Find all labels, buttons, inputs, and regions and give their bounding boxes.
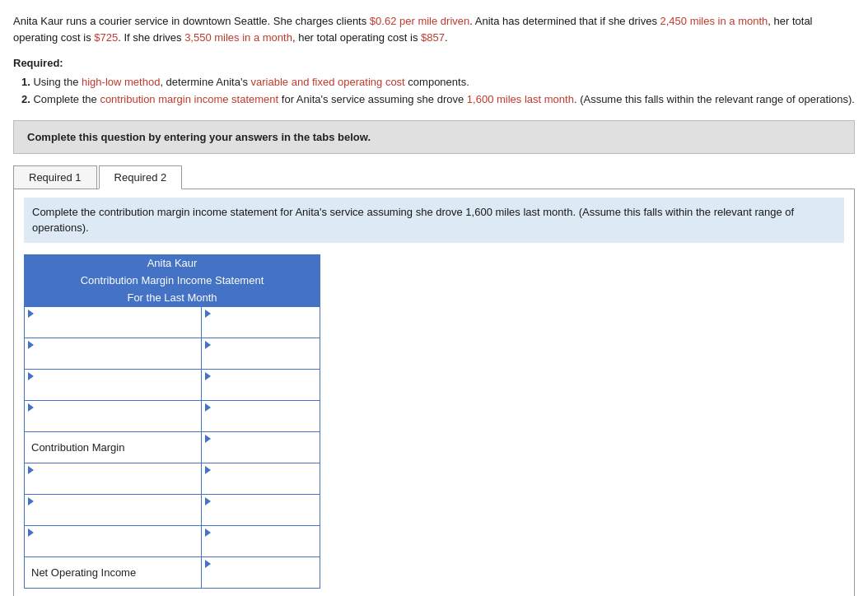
tab-required2[interactable]: Required 2: [99, 165, 183, 189]
table-row: [25, 400, 320, 431]
row-indicator-6: [28, 466, 34, 474]
row-indicator-2: [28, 341, 34, 349]
statement-title-2: Contribution Margin Income Statement: [24, 272, 320, 289]
value-cell-4: [202, 400, 320, 431]
net-operating-income-label: Net Operating Income: [28, 565, 139, 580]
statement-table: Contribution Margin: [24, 306, 320, 589]
tabs-row: Required 1 Required 2: [13, 165, 855, 189]
row-indicator-8: [28, 528, 34, 537]
tab-description: Complete the contribution margin income …: [24, 198, 844, 243]
row-indicator-3: [28, 372, 34, 380]
net-operating-income-value[interactable]: [205, 570, 316, 588]
table-row: [25, 463, 320, 494]
complete-box: Complete this question by entering your …: [13, 120, 855, 154]
value-input-1[interactable]: [205, 319, 316, 338]
statement-header: Anita Kaur Contribution Margin Income St…: [24, 254, 320, 306]
value-input-7[interactable]: [205, 507, 316, 525]
table-row-net-operating-income: Net Operating Income: [25, 556, 320, 588]
contribution-margin-label: Contribution Margin: [28, 440, 128, 455]
label-cell-7: [25, 494, 202, 525]
table-row: [25, 338, 320, 369]
label-cell-4: [25, 400, 202, 431]
label-input-4[interactable]: [28, 413, 198, 431]
value-cell-8: [202, 525, 320, 556]
label-input-7[interactable]: [28, 507, 198, 525]
label-cell-8: [25, 525, 202, 556]
tab-content: Complete the contribution margin income …: [13, 189, 855, 596]
requirements-list: 1. Using the high-low method, determine …: [13, 74, 855, 109]
table-row: [25, 494, 320, 525]
label-cell-noi: Net Operating Income: [25, 556, 202, 588]
statement-title-1: Anita Kaur: [24, 254, 320, 272]
value-cell-2: [202, 338, 320, 369]
value-indicator-cm: [205, 435, 211, 443]
requirement-2: 2. Complete the contribution margin inco…: [21, 91, 855, 109]
requirement-1: 1. Using the high-low method, determine …: [21, 74, 855, 91]
value-cell-noi: [202, 556, 320, 588]
statement-title-3: For the Last Month: [24, 289, 320, 306]
value-input-3[interactable]: [205, 382, 316, 400]
label-input-2[interactable]: [28, 351, 198, 369]
table-row: [25, 306, 320, 338]
value-indicator-6: [205, 466, 211, 474]
required-label: Required:: [13, 57, 855, 69]
label-input-6[interactable]: [28, 476, 198, 494]
contribution-margin-value[interactable]: [205, 445, 316, 463]
row-indicator-1: [28, 310, 34, 318]
income-statement: Anita Kaur Contribution Margin Income St…: [24, 254, 320, 589]
value-cell-7: [202, 494, 320, 525]
value-indicator-4: [205, 403, 211, 412]
label-cell-6: [25, 463, 202, 494]
table-row: [25, 369, 320, 400]
row-indicator-4: [28, 403, 34, 412]
value-cell-1: [202, 306, 320, 338]
value-indicator-2: [205, 341, 211, 349]
value-indicator-noi: [205, 560, 211, 568]
value-input-8[interactable]: [205, 538, 316, 556]
table-row: [25, 525, 320, 556]
value-indicator-1: [205, 310, 211, 318]
value-cell-contribution: [202, 431, 320, 463]
label-input-1[interactable]: [28, 319, 198, 338]
row-indicator-7: [28, 497, 34, 505]
table-row-contribution-margin: Contribution Margin: [25, 431, 320, 463]
intro-paragraph: Anita Kaur runs a courier service in dow…: [13, 13, 855, 45]
value-indicator-3: [205, 372, 211, 380]
value-input-6[interactable]: [205, 476, 316, 494]
label-cell-2: [25, 338, 202, 369]
label-cell-3: [25, 369, 202, 400]
label-input-8[interactable]: [28, 538, 198, 556]
value-indicator-7: [205, 497, 211, 505]
value-indicator-8: [205, 528, 211, 537]
tab-required1[interactable]: Required 1: [13, 165, 97, 189]
value-input-2[interactable]: [205, 351, 316, 369]
value-input-4[interactable]: [205, 413, 316, 431]
label-cell-contribution: Contribution Margin: [25, 431, 202, 463]
label-input-3[interactable]: [28, 382, 198, 400]
label-cell-1: [25, 306, 202, 338]
value-cell-3: [202, 369, 320, 400]
value-cell-6: [202, 463, 320, 494]
